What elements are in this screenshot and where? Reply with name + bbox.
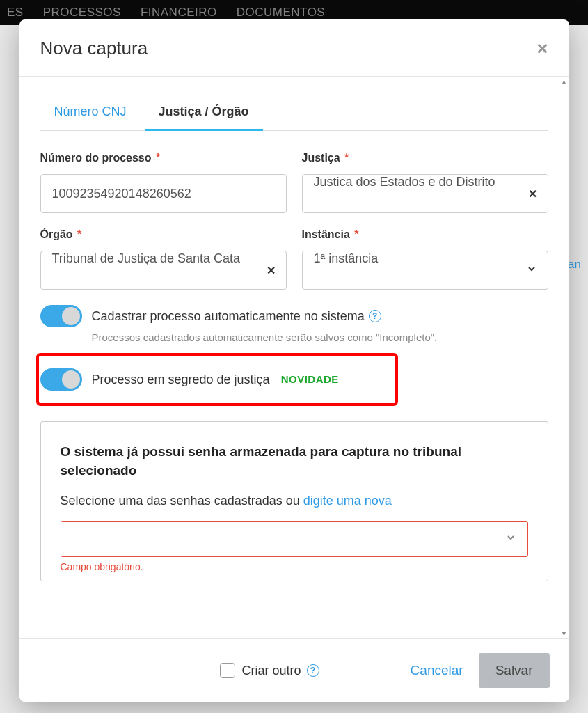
panel-text: Selecione uma das senhas cadastradas ou … [61,494,528,508]
scroll-up-icon[interactable]: ▲ [561,78,568,86]
toggle-hint-auto: Processos cadastrados automaticamente se… [92,331,548,343]
required-indicator: * [342,152,349,164]
tabs: Número CNJ Justiça / Órgão [40,96,548,131]
cancel-button[interactable]: Cancelar [411,663,463,678]
toggle-label-segredo: Processo em segredo de justiça NOVIDADE [92,368,339,391]
senha-panel: O sistema já possui senha armazenada par… [40,421,548,581]
required-indicator: * [74,228,82,240]
toggle-label-auto: Cadastrar processo automaticamente no si… [92,305,381,327]
select-instancia[interactable]: 1ª instância [302,251,548,290]
help-icon[interactable]: ? [307,664,319,677]
help-icon[interactable]: ? [369,310,381,322]
toggle-auto-cadastrar[interactable] [40,305,82,327]
toggle-row-auto-cadastrar: Cadastrar processo automaticamente no si… [40,305,548,327]
scroll-down-icon[interactable]: ▼ [561,629,568,637]
select-senha[interactable] [61,521,528,557]
label-orgao: Órgão * [40,228,287,241]
error-message: Campo obrigatório. [61,561,528,572]
modal-title: Nova captura [40,38,148,59]
select-orgao[interactable]: Tribunal de Justiça de Santa Cata [40,251,287,290]
checkbox-criar-outro[interactable] [220,663,235,678]
save-button[interactable]: Salvar [479,653,550,688]
chevron-down-icon [505,532,516,546]
clear-icon[interactable]: ✕ [267,264,276,277]
input-numero-processo[interactable] [40,174,287,213]
highlighted-annotation: Processo em segredo de justiça NOVIDADE [36,353,398,406]
tab-numero-cnj[interactable]: Número CNJ [40,96,141,131]
link-digite-nova[interactable]: digite uma nova [303,494,392,508]
toggle-segredo-justica[interactable] [40,368,82,391]
required-indicator: * [351,228,359,240]
label-numero-processo: Número do processo * [40,152,287,164]
select-justica[interactable]: Justica dos Estados e do Distrito [302,174,548,213]
required-indicator: * [153,152,161,164]
panel-title: O sistema já possui senha armazenada par… [61,443,528,480]
label-justica: Justiça * [302,152,548,164]
checkbox-label-criar-outro: Criar outro ? [242,664,319,678]
scrollbar[interactable]: ▲ ▼ [561,77,568,638]
toggle-row-segredo: Processo em segredo de justiça NOVIDADE [40,368,388,391]
close-icon[interactable]: × [537,39,548,58]
tab-justica-orgao[interactable]: Justiça / Órgão [145,96,263,131]
novidade-badge: NOVIDADE [281,368,339,391]
modal-nova-captura: Nova captura × ▲ ▼ Número CNJ Justiça / … [19,19,569,702]
modal-body-scroll[interactable]: ▲ ▼ Número CNJ Justiça / Órgão Número do… [19,76,569,638]
clear-icon[interactable]: ✕ [528,187,537,201]
label-instancia: Instância * [302,228,548,241]
modal-overlay: Nova captura × ▲ ▼ Número CNJ Justiça / … [0,0,588,713]
modal-footer: Criar outro ? Cancelar Salvar [19,638,569,702]
modal-header: Nova captura × [19,19,569,76]
